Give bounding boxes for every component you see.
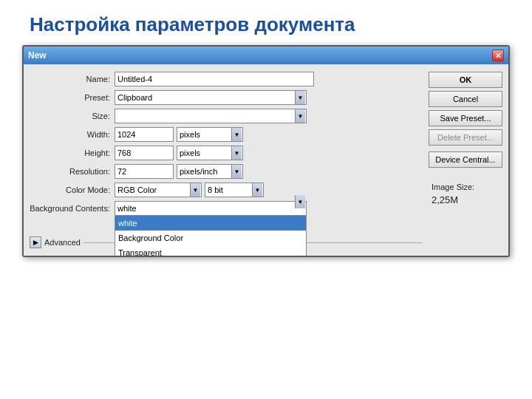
color-mode-row: Color Mode: RGB Color ▼ 8 bit ▼ — [30, 183, 423, 197]
bit-depth-select[interactable]: 8 bit — [205, 183, 264, 197]
bg-contents-dropdown-wrapper: white ▼ white Background Color Transpare… — [115, 201, 307, 216]
size-label: Size: — [30, 112, 115, 120]
color-mode-label: Color Mode: — [30, 185, 115, 194]
page-title: Настройка параметров документа — [0, 0, 532, 45]
size-row: Size: ▼ — [30, 109, 423, 123]
width-input[interactable] — [115, 127, 174, 142]
color-mode-wrapper: RGB Color ▼ — [115, 183, 202, 197]
dialog-form: Name: Preset: Clipboard ▼ Size: — [30, 72, 423, 248]
height-controls: pixels ▼ — [115, 146, 243, 160]
advanced-label: Advanced — [44, 238, 81, 247]
dialog-body: Name: Preset: Clipboard ▼ Size: — [24, 64, 508, 256]
bg-contents-value: white — [117, 204, 137, 213]
dropdown-item-transparent[interactable]: Transparent — [115, 245, 306, 257]
save-preset-button[interactable]: Save Preset... — [429, 110, 502, 126]
resolution-controls: pixels/inch ▼ — [115, 164, 243, 179]
preset-select-wrapper: Clipboard ▼ — [115, 90, 307, 105]
resolution-input[interactable] — [115, 164, 174, 179]
image-size-label: Image Size: — [432, 183, 502, 191]
image-size-value: 2,25M — [432, 194, 502, 205]
bg-contents-dropdown: white Background Color Transparent — [115, 216, 307, 257]
bit-depth-wrapper: 8 bit ▼ — [205, 183, 264, 197]
height-row: Height: pixels ▼ — [30, 146, 423, 160]
width-unit-select[interactable]: pixels — [177, 127, 243, 142]
name-label: Name: — [30, 75, 115, 83]
width-unit-wrapper: pixels ▼ — [177, 127, 243, 142]
size-select-wrapper: ▼ — [115, 109, 307, 123]
color-mode-controls: RGB Color ▼ 8 bit ▼ — [115, 183, 264, 197]
dialog-title-text: New — [28, 50, 47, 61]
height-input[interactable] — [115, 146, 174, 160]
device-central-button[interactable]: Device Central... — [429, 151, 502, 168]
new-document-dialog: New ✕ Name: Preset: Clipboard ▼ — [22, 45, 510, 257]
name-input[interactable] — [115, 72, 314, 86]
resolution-row: Resolution: pixels/inch ▼ — [30, 164, 423, 179]
image-size-block: Image Size: 2,25M — [429, 183, 502, 205]
bg-contents-row: Background Contents: white ▼ white Backg… — [30, 201, 423, 216]
ok-button[interactable]: OK — [429, 72, 502, 88]
dialog-buttons: OK Cancel Save Preset... Delete Preset..… — [429, 72, 502, 248]
preset-label: Preset: — [30, 93, 115, 102]
preset-select[interactable]: Clipboard — [115, 90, 307, 105]
width-row: Width: pixels ▼ — [30, 127, 423, 142]
name-row: Name: — [30, 72, 423, 86]
delete-preset-button[interactable]: Delete Preset... — [429, 129, 502, 146]
bg-contents-label: Background Contents: — [30, 204, 115, 213]
preset-row: Preset: Clipboard ▼ — [30, 90, 423, 105]
dialog-close-button[interactable]: ✕ — [492, 50, 504, 61]
height-unit-wrapper: pixels ▼ — [177, 146, 243, 160]
advanced-toggle-icon[interactable]: ▶ — [30, 236, 41, 248]
size-select[interactable] — [115, 109, 307, 123]
dropdown-item-background-color[interactable]: Background Color — [115, 231, 306, 245]
resolution-unit-select[interactable]: pixels/inch — [177, 164, 243, 179]
dialog-titlebar: New ✕ — [24, 47, 508, 64]
resolution-unit-wrapper: pixels/inch ▼ — [177, 164, 243, 179]
width-controls: pixels ▼ — [115, 127, 243, 142]
color-mode-select[interactable]: RGB Color — [115, 183, 202, 197]
dropdown-item-white[interactable]: white — [115, 216, 306, 231]
cancel-button[interactable]: Cancel — [429, 91, 502, 107]
bg-contents-display[interactable]: white ▼ — [115, 201, 307, 216]
height-unit-select[interactable]: pixels — [177, 146, 243, 160]
width-label: Width: — [30, 130, 115, 139]
height-label: Height: — [30, 149, 115, 157]
resolution-label: Resolution: — [30, 167, 115, 176]
